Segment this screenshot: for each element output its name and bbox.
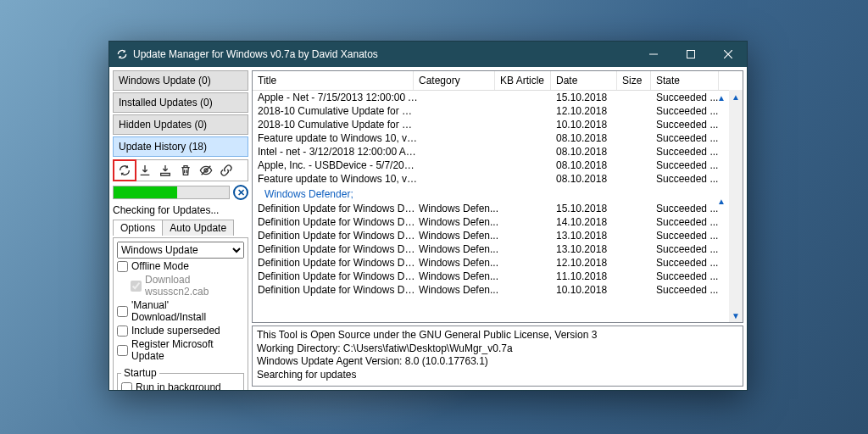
log-line: Windows Update Agent Version: 8.0 (10.0.…: [257, 355, 738, 369]
download-cab-checkbox: [131, 281, 142, 292]
download-cab-label: Download wsusscn2.cab: [145, 274, 244, 298]
titlebar[interactable]: Update Manager for Windows v0.7a by Davi…: [109, 42, 747, 67]
include-superseded-label: Include superseded: [131, 325, 220, 337]
table-row[interactable]: Definition Update for Windows Defender A…: [253, 256, 729, 270]
minimize-button[interactable]: [635, 42, 672, 67]
download-button[interactable]: [136, 162, 154, 179]
group-collapse-icon[interactable]: ▲: [717, 93, 726, 103]
register-ms-update-label: Register Microsoft Update: [131, 338, 244, 362]
refresh-button[interactable]: [115, 162, 134, 179]
log-line: Working Directory: C:\Users\fatiw\Deskto…: [257, 342, 738, 356]
col-category[interactable]: Category: [414, 71, 495, 90]
run-background-label: Run in background: [136, 381, 221, 390]
table-row[interactable]: Definition Update for Windows Defender A…: [253, 270, 729, 283]
status-text: Checking for Updates...: [113, 204, 248, 216]
table-row[interactable]: Definition Update for Windows Defender A…: [253, 202, 729, 215]
vertical-scrollbar[interactable]: ▲ ▼: [729, 90, 743, 322]
options-panel: Windows Update Offline Mode Download wsu…: [113, 237, 248, 390]
close-button[interactable]: [709, 42, 747, 67]
group-header[interactable]: Windows Defender;: [253, 186, 729, 202]
hide-button[interactable]: [197, 162, 215, 179]
group-collapse-icon[interactable]: ▲: [717, 197, 726, 206]
table-row[interactable]: Apple - Net - 7/15/2013 12:00:00 AM - 1.…: [253, 91, 729, 104]
table-row[interactable]: Intel - net - 3/12/2018 12:00:00 AM - 19…: [253, 145, 729, 159]
sidebar-installed-updates[interactable]: Installed Updates (0): [113, 92, 248, 113]
col-title[interactable]: Title: [253, 71, 414, 90]
maximize-button[interactable]: [672, 42, 709, 67]
install-button[interactable]: [156, 162, 175, 179]
link-button[interactable]: [217, 162, 236, 179]
app-window: Update Manager for Windows v0.7a by Davi…: [108, 41, 748, 391]
options-tabs: Options Auto Update: [113, 220, 248, 236]
log-panel: This Tool is Open Source under the GNU G…: [252, 326, 743, 387]
table-row[interactable]: Definition Update for Windows Defender A…: [253, 242, 729, 256]
sync-icon: [116, 48, 128, 60]
table-row[interactable]: Feature update to Windows 10, version 18…: [253, 172, 729, 186]
table-row[interactable]: Definition Update for Windows Defender A…: [253, 229, 729, 242]
update-list[interactable]: Title Category KB Article Date Size Stat…: [252, 70, 743, 323]
list-header[interactable]: Title Category KB Article Date Size Stat…: [253, 71, 743, 91]
offline-mode-label: Offline Mode: [131, 260, 189, 272]
sidebar-windows-update[interactable]: Windows Update (0): [113, 70, 248, 91]
sidebar-hidden-updates[interactable]: Hidden Updates (0): [113, 114, 248, 135]
table-row[interactable]: Definition Update for Windows Defender A…: [253, 283, 729, 297]
table-row[interactable]: 2018-10 Cumulative Update for Windows 10…: [253, 104, 729, 118]
offline-mode-checkbox[interactable]: [117, 261, 128, 272]
right-panel: Title Category KB Article Date Size Stat…: [252, 70, 743, 387]
scroll-up-icon[interactable]: ▲: [729, 90, 743, 103]
col-size[interactable]: Size: [617, 71, 651, 90]
startup-group: Startup Run in background No auto search…: [117, 367, 244, 390]
scroll-down-icon[interactable]: ▼: [729, 309, 743, 322]
register-ms-update-checkbox[interactable]: [117, 345, 128, 356]
tab-options[interactable]: Options: [113, 220, 163, 236]
startup-legend: Startup: [121, 367, 159, 379]
log-line: This Tool is Open Source under the GNU G…: [257, 329, 738, 342]
manual-download-label: 'Manual' Download/Install: [131, 299, 244, 323]
col-kb[interactable]: KB Article: [495, 71, 551, 90]
table-row[interactable]: 2018-10 Cumulative Update for Windows 10…: [253, 118, 729, 131]
action-toolbar: [113, 159, 248, 181]
manual-download-checkbox[interactable]: [117, 306, 128, 317]
log-line: Searching for updates: [257, 369, 738, 382]
table-row[interactable]: Feature update to Windows 10, version 18…: [253, 131, 729, 145]
cancel-button[interactable]: ✕: [233, 185, 248, 200]
table-row[interactable]: Apple, Inc. - USBDevice - 5/7/2018 12:00…: [253, 159, 729, 172]
window-title: Update Manager for Windows v0.7a by Davi…: [133, 48, 378, 60]
table-row[interactable]: Definition Update for Windows Defender A…: [253, 215, 729, 229]
sidebar-update-history[interactable]: Update History (18): [113, 136, 248, 157]
col-state[interactable]: State: [651, 71, 719, 90]
update-source-select[interactable]: Windows Update: [117, 242, 244, 259]
run-background-checkbox[interactable]: [121, 382, 132, 391]
left-panel: Windows Update (0) Installed Updates (0)…: [113, 70, 248, 387]
include-superseded-checkbox[interactable]: [117, 326, 128, 337]
uninstall-button[interactable]: [176, 162, 195, 179]
col-date[interactable]: Date: [551, 71, 617, 90]
tab-auto-update[interactable]: Auto Update: [162, 220, 234, 236]
svg-rect-0: [687, 51, 695, 58]
progress-bar: [113, 186, 230, 199]
